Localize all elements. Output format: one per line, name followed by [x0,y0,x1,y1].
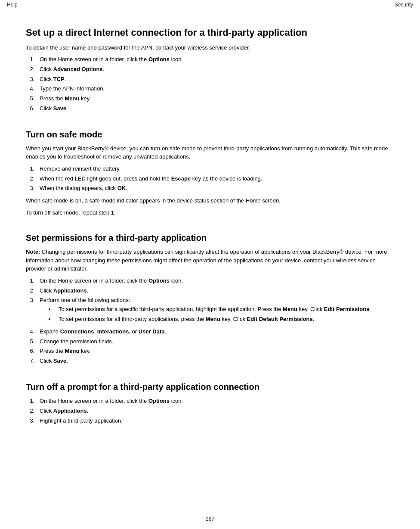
list-item: Expand Connections, Interactions, or Use… [36,327,394,336]
list-item: Click Save. [36,104,394,113]
section2-steps: Remove and reinsert the battery. When th… [36,165,394,193]
section2-intro: When you start your BlackBerry® device, … [26,144,394,161]
list-item: When the dialog appears, click OK. [36,184,394,193]
section1-title: Set up a direct Internet connection for … [26,27,394,39]
list-item: Change the permission fields. [36,337,394,346]
section1-intro: To obtain the user name and password for… [26,44,394,52]
list-item: On the Home screen or in a folder, click… [36,277,394,286]
list-item: On the Home screen or in a folder, click… [36,397,394,406]
section2-after1: When safe mode is on, a safe mode indica… [26,196,394,205]
section-turn-off-prompt: Turn off a prompt for a third-party appl… [26,381,394,425]
list-item: Press the Menu key. [36,94,394,103]
list-item: To set permissions for all third-party a… [55,315,394,324]
section1-steps: On the Home screen or in a folder, click… [36,55,394,113]
section3-subbullets: To set permissions for a specific third-… [55,305,394,324]
section-direct-internet: Set up a direct Internet connection for … [26,27,394,113]
page-content: Set up a direct Internet connection for … [0,9,420,467]
page-number: 287 [206,516,214,522]
list-item: Perform one of the following actions: To… [36,296,394,324]
header-left: Help [7,2,18,8]
section3-steps: On the Home screen or in a folder, click… [36,277,394,366]
list-item: To set permissions for a specific third-… [55,305,394,314]
list-item: On the Home screen or in a folder, click… [36,55,394,64]
list-item: Press the Menu key. [36,347,394,356]
section3-title: Set permissions for a third-party applic… [26,232,394,243]
list-item: Click Save. [36,357,394,366]
list-item: Remove and reinsert the battery. [36,165,394,174]
list-item: When the red LED light goes out, press a… [36,174,394,184]
section2-title: Turn on safe mode [26,129,394,140]
section-safe-mode: Turn on safe mode When you start your Bl… [26,129,394,217]
list-item: Click Applications. [36,407,394,416]
section2-after2: To turn off safe mode, repeat step 1. [26,208,394,217]
list-item: Type the APN information. [36,84,394,93]
section4-title: Turn off a prompt for a third-party appl… [26,381,394,392]
list-item: Click Advanced Options. [36,65,394,74]
section-permissions: Set permissions for a third-party applic… [26,232,394,366]
page-footer: 287 [0,516,420,522]
list-item: Click Applications. [36,286,394,296]
section3-note: Note: Changing permissions for third-par… [26,248,394,273]
list-item: Click TCP. [36,75,394,84]
list-item: Highlight a third-party application. [36,417,394,426]
page-header: Help Security [0,0,420,9]
header-right: Security [395,2,413,8]
section4-steps: On the Home screen or in a folder, click… [36,397,394,425]
